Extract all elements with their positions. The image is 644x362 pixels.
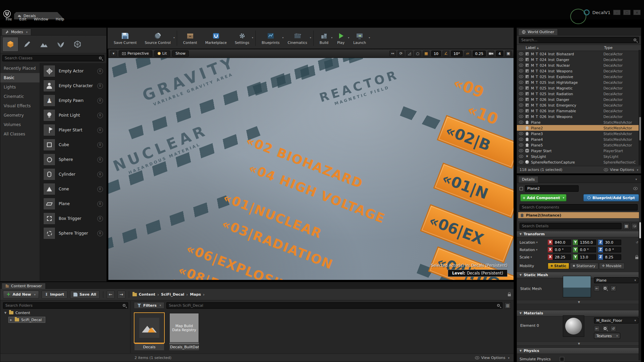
show-button[interactable]: Show <box>172 50 189 57</box>
settings-button[interactable]: Settings ▾ <box>231 28 253 48</box>
simulate-physics-checkbox[interactable] <box>560 357 564 361</box>
use-selected-icon[interactable]: ← <box>594 286 600 291</box>
outliner-row[interactable]: M_T_026_Inst_FlammableDecalActor <box>517 108 641 114</box>
blueprint-add-script-button[interactable]: Blueprint/Add Script <box>583 194 639 201</box>
search-folders-input[interactable] <box>3 302 128 309</box>
visibility-eye-icon[interactable] <box>519 104 523 107</box>
visibility-eye-icon[interactable] <box>519 81 523 84</box>
place-item-sphere-trigger[interactable]: Sphere Trigger ⠿ <box>40 226 106 241</box>
modes-tab[interactable]: Modes ▾ <box>2 28 31 35</box>
translate-gizmo-button[interactable]: ↔ <box>389 51 396 56</box>
save-current-button[interactable]: Save Current <box>110 28 140 48</box>
save-search-icon[interactable]: ▥ <box>504 302 511 309</box>
location-label[interactable]: Location▾ <box>520 240 548 245</box>
outliner-row[interactable]: M_T_026_Inst_DangerDecalActor <box>517 97 641 102</box>
mode-geometry[interactable] <box>69 37 86 52</box>
mode-landscape[interactable] <box>36 37 52 52</box>
category-lights[interactable]: Lights <box>0 82 40 92</box>
back-button[interactable]: ← <box>107 291 115 299</box>
outliner-row[interactable]: Plane4StaticMeshActor <box>517 136 641 142</box>
scale-snap-value[interactable]: 0.25 <box>473 51 486 56</box>
component-row-clipped[interactable] <box>518 219 639 221</box>
visibility-eye-icon[interactable] <box>519 98 523 101</box>
panel-menu-icon[interactable]: ▾ <box>635 178 637 181</box>
place-item-cylinder[interactable]: Cylinder ⠿ <box>40 167 106 182</box>
menu-help[interactable]: Help <box>53 16 67 22</box>
category-all-classes[interactable]: All Classes <box>0 129 40 139</box>
place-item-cube[interactable]: Cube ⠿ <box>40 137 106 152</box>
scale-y-field[interactable]: 13.0 <box>578 254 596 260</box>
outliner-row[interactable]: M_T_024_Inst_BiohazardDecalActor <box>517 51 641 57</box>
breadcrumb-scifi-decal[interactable]: SciFi_Decal <box>161 292 184 297</box>
rotation-z-field[interactable]: 0.0 ° <box>603 247 621 252</box>
visibility-eye-icon[interactable] <box>519 52 523 55</box>
type-column-header[interactable]: Type <box>604 46 638 50</box>
chevron-down-icon[interactable]: ▾ <box>173 36 175 39</box>
visibility-eye-icon[interactable] <box>519 109 523 112</box>
place-item-empty-actor[interactable]: Empty Actor ⠿ <box>40 64 106 78</box>
place-item-box-trigger[interactable]: Box Trigger ⠿ <box>40 211 106 226</box>
use-selected-icon[interactable]: ← <box>594 326 600 331</box>
visibility-eye-icon[interactable] <box>519 121 523 124</box>
browse-icon[interactable] <box>602 325 608 331</box>
import-button[interactable]: ↧ Import <box>42 291 67 299</box>
scale-snap-icon[interactable]: ▱ <box>465 51 471 56</box>
label-column-header[interactable]: Label <box>526 46 536 50</box>
drag-grip-icon[interactable]: ⠿ <box>97 201 103 207</box>
outliner-row[interactable]: Plane5StaticMeshActor <box>517 142 641 148</box>
mode-paint[interactable] <box>19 37 35 52</box>
mobility-stationary-option[interactable]: Stationary <box>570 263 598 269</box>
materials-expander[interactable]: ▼ <box>517 342 641 346</box>
visibility-eye-icon[interactable] <box>519 75 523 78</box>
category-cinematic[interactable]: Cinematic <box>0 92 40 101</box>
sync-icon[interactable] <box>584 9 590 15</box>
material-thumbnail[interactable] <box>563 315 584 337</box>
lit-button[interactable]: Lit <box>154 50 170 57</box>
scale-gizmo-button[interactable]: ◿ <box>406 51 413 56</box>
scrollbar-thumb[interactable] <box>639 117 641 140</box>
chevron-down-icon[interactable]: ▾ <box>252 36 253 39</box>
expander-arrow-icon[interactable]: ▶ <box>10 318 13 321</box>
grid-snap-icon[interactable]: ▦ <box>423 51 429 56</box>
details-scrollbar[interactable] <box>639 222 641 360</box>
breadcrumb-content[interactable]: Content <box>139 292 155 297</box>
category-volumes[interactable]: Volumes <box>0 120 40 129</box>
drag-grip-icon[interactable]: ⠿ <box>97 127 103 133</box>
place-item-cone[interactable]: Cone ⠿ <box>40 182 106 196</box>
asset-tile-decals[interactable]: Decals <box>135 313 165 351</box>
place-item-empty-pawn[interactable]: ♟ Empty Pawn ⠿ <box>40 93 106 108</box>
place-item-empty-character[interactable]: Empty Character ⠿ <box>40 78 106 93</box>
rotation-x-field[interactable]: 0.0 ° <box>553 247 571 252</box>
visibility-eye-icon[interactable] <box>519 58 523 61</box>
save-all-button[interactable]: Save All <box>70 291 100 299</box>
material-select[interactable]: M_Basic_Floor ▾ <box>594 317 638 323</box>
outliner-row[interactable]: M_T_025_Inst_RadiationDecalActor <box>517 91 641 97</box>
source-control-button[interactable]: Source Control ▾ <box>142 28 174 48</box>
drag-grip-icon[interactable]: ⠿ <box>97 142 103 148</box>
visibility-eye-icon[interactable] <box>519 132 523 135</box>
scale-label[interactable]: Scale▾ <box>520 255 548 259</box>
menu-file[interactable]: File <box>3 16 15 22</box>
add-new-button[interactable]: + Add New ▾ <box>3 291 39 299</box>
visibility-eye-icon[interactable] <box>519 92 523 95</box>
lock-scale-icon[interactable] <box>635 257 638 259</box>
viewport[interactable]: CARGO LIFT FOR FREIGHT ONLY VOLTAGE ELEC… <box>108 49 514 280</box>
outliner-row[interactable]: M_T_024_Inst_DangerDecalActor <box>517 57 641 62</box>
visibility-eye-icon[interactable] <box>519 86 523 89</box>
location-y-field[interactable]: 1350.0 <box>578 240 596 245</box>
search-classes-input[interactable] <box>2 55 104 61</box>
visibility-eye-icon[interactable] <box>519 161 523 164</box>
physics-section-header[interactable]: ▼ Physics <box>517 348 641 354</box>
visibility-eye-icon[interactable] <box>519 149 523 152</box>
chevron-down-icon[interactable]: ▾ <box>310 36 311 39</box>
world-local-toggle[interactable]: ○ <box>415 51 421 56</box>
tree-item-content[interactable]: ▼ Content <box>3 310 128 316</box>
visibility-eye-icon[interactable] <box>519 64 523 67</box>
place-item-plane[interactable]: Plane ⠿ <box>40 196 106 211</box>
mode-place[interactable] <box>2 37 18 52</box>
outliner-view-options[interactable]: View Options ▾ <box>604 168 638 172</box>
search-assets-input[interactable] <box>166 302 502 309</box>
outliner-row[interactable]: PlaneStaticMeshActor <box>517 119 641 125</box>
content-browser-tab[interactable]: Content Browser <box>2 283 46 289</box>
drag-grip-icon[interactable]: ⠿ <box>97 68 103 74</box>
